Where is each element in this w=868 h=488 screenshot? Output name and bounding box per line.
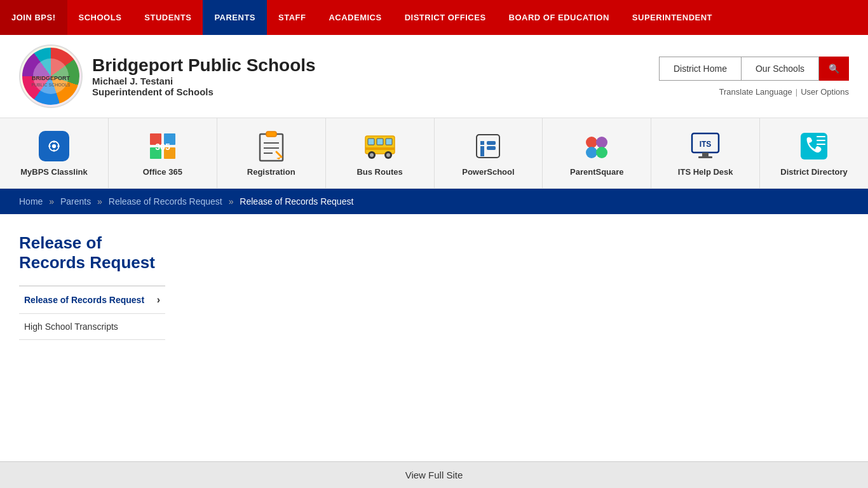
svg-point-30 bbox=[386, 153, 390, 157]
svg-point-39 bbox=[586, 147, 597, 158]
svg-text:ITS: ITS bbox=[700, 140, 712, 149]
svg-rect-17 bbox=[266, 132, 276, 137]
svg-rect-35 bbox=[487, 141, 496, 145]
quick-link-powerschool[interactable]: PowerSchool bbox=[435, 118, 543, 188]
nav-students[interactable]: STUDENTS bbox=[133, 0, 203, 35]
header-right: District Home Our Schools 🔍 Translate La… bbox=[659, 57, 849, 97]
school-logo: BRIDGEPORT PUBLIC SCHOOLS bbox=[19, 44, 83, 108]
svg-rect-44 bbox=[698, 156, 712, 158]
main-content: Release of Records Request Release of Re… bbox=[0, 214, 868, 359]
parentsquare-icon bbox=[581, 130, 613, 162]
svg-text:BRIDGEPORT: BRIDGEPORT bbox=[32, 75, 70, 81]
its-help-label: ITS Help Desk bbox=[678, 167, 733, 177]
svg-text:PUBLIC SCHOOLS: PUBLIC SCHOOLS bbox=[32, 83, 70, 87]
sidebar-link-records-request[interactable]: Release of Records Request › bbox=[19, 287, 165, 313]
superintendent-name: Michael J. Testani bbox=[92, 76, 316, 86]
sidebar-link-transcripts[interactable]: High School Transcripts bbox=[19, 314, 165, 339]
separator: | bbox=[796, 87, 797, 97]
powerschool-label: PowerSchool bbox=[462, 167, 514, 177]
svg-point-40 bbox=[596, 147, 607, 158]
header-links: Translate Language | User Options bbox=[719, 87, 849, 97]
svg-rect-24 bbox=[368, 139, 374, 145]
svg-point-5 bbox=[52, 144, 56, 147]
svg-rect-31 bbox=[365, 147, 395, 150]
nav-staff[interactable]: STAFF bbox=[267, 0, 317, 35]
nav-schools[interactable]: SCHOOLS bbox=[67, 0, 133, 35]
bus-icon bbox=[364, 130, 396, 162]
nav-superintendent[interactable]: SUPERINTENDENT bbox=[621, 0, 724, 35]
breadcrumb-sep-1: » bbox=[49, 196, 54, 207]
nav-board-of-education[interactable]: BOARD OF EDUCATION bbox=[498, 0, 621, 35]
svg-point-28 bbox=[370, 153, 374, 157]
sidebar-item-transcripts: High School Transcripts bbox=[19, 314, 165, 340]
breadcrumb: Home » Parents » Release of Records Requ… bbox=[0, 189, 868, 214]
search-button[interactable]: 🔍 bbox=[819, 57, 849, 81]
page-title: Release of Records Request bbox=[19, 233, 165, 273]
quick-link-office365[interactable]: 365 Office 365 bbox=[109, 118, 217, 188]
sidebar: Release of Records Request Release of Re… bbox=[19, 233, 165, 340]
svg-rect-25 bbox=[377, 139, 383, 145]
district-directory-icon bbox=[798, 130, 830, 162]
quick-link-its-help[interactable]: ITS ITS Help Desk bbox=[651, 118, 760, 188]
quick-links-bar: MyBPS Classlink 365 Office 365 bbox=[0, 118, 868, 189]
bus-routes-label: Bus Routes bbox=[356, 167, 402, 177]
breadcrumb-current: Release of Records Request bbox=[240, 196, 353, 207]
breadcrumb-records-request-link[interactable]: Release of Records Request bbox=[109, 196, 222, 207]
school-name: Bridgeport Public Schools bbox=[92, 55, 316, 76]
nav-join-bps[interactable]: JOIN BPS! bbox=[0, 0, 67, 35]
quick-link-bus-routes[interactable]: Bus Routes bbox=[326, 118, 435, 188]
chevron-right-icon: › bbox=[157, 294, 160, 306]
district-directory-label: District Directory bbox=[780, 167, 847, 177]
svg-line-21 bbox=[276, 152, 281, 157]
logo-area: BRIDGEPORT PUBLIC SCHOOLS Bridgeport Pub… bbox=[19, 44, 316, 108]
svg-rect-33 bbox=[480, 146, 484, 156]
breadcrumb-sep-2: » bbox=[97, 196, 102, 207]
classlink-label: MyBPS Classlink bbox=[20, 167, 88, 177]
search-icon: 🔍 bbox=[829, 64, 839, 74]
quick-link-parentsquare[interactable]: ParentSquare bbox=[543, 118, 651, 188]
top-navigation: JOIN BPS! SCHOOLS STUDENTS PARENTS STAFF… bbox=[0, 0, 868, 35]
svg-text:365: 365 bbox=[155, 142, 170, 152]
registration-label: Registration bbox=[247, 167, 295, 177]
svg-rect-36 bbox=[487, 146, 496, 150]
classlink-icon bbox=[38, 130, 70, 162]
office365-icon: 365 bbox=[147, 130, 179, 162]
svg-marker-22 bbox=[276, 157, 281, 159]
header-action-buttons: District Home Our Schools 🔍 bbox=[659, 57, 849, 81]
school-name-area: Bridgeport Public Schools Michael J. Tes… bbox=[92, 55, 316, 97]
svg-rect-26 bbox=[386, 139, 392, 145]
its-help-icon: ITS bbox=[689, 130, 721, 162]
nav-district-offices[interactable]: DISTRICT OFFICES bbox=[393, 0, 498, 35]
office365-label: Office 365 bbox=[143, 167, 182, 177]
sidebar-menu: Release of Records Request › High School… bbox=[19, 285, 165, 340]
quick-link-classlink[interactable]: MyBPS Classlink bbox=[0, 118, 109, 188]
nav-academics[interactable]: ACADEMICS bbox=[317, 0, 393, 35]
sidebar-item-records-request: Release of Records Request › bbox=[19, 287, 165, 314]
quick-link-registration[interactable]: Registration bbox=[217, 118, 326, 188]
quick-link-district-directory[interactable]: District Directory bbox=[760, 118, 868, 188]
site-header: BRIDGEPORT PUBLIC SCHOOLS Bridgeport Pub… bbox=[0, 35, 868, 118]
sidebar-label-transcripts: High School Transcripts bbox=[24, 322, 118, 332]
nav-parents[interactable]: PARENTS bbox=[203, 0, 267, 35]
svg-rect-43 bbox=[702, 152, 709, 156]
user-options-link[interactable]: User Options bbox=[801, 87, 849, 97]
sidebar-label-records-request: Release of Records Request bbox=[24, 295, 144, 305]
svg-rect-34 bbox=[480, 141, 484, 145]
parentsquare-label: ParentSquare bbox=[570, 167, 624, 177]
registration-icon bbox=[255, 130, 287, 162]
translate-language-link[interactable]: Translate Language bbox=[719, 87, 792, 97]
breadcrumb-home[interactable]: Home bbox=[19, 196, 43, 207]
superintendent-title: Superintendent of Schools bbox=[92, 86, 316, 97]
district-home-button[interactable]: District Home bbox=[659, 57, 741, 81]
breadcrumb-parents[interactable]: Parents bbox=[60, 196, 91, 207]
our-schools-button[interactable]: Our Schools bbox=[741, 57, 819, 81]
svg-point-37 bbox=[586, 137, 597, 148]
breadcrumb-sep-3: » bbox=[229, 196, 234, 207]
powerschool-icon bbox=[472, 130, 504, 162]
svg-point-38 bbox=[596, 137, 607, 148]
